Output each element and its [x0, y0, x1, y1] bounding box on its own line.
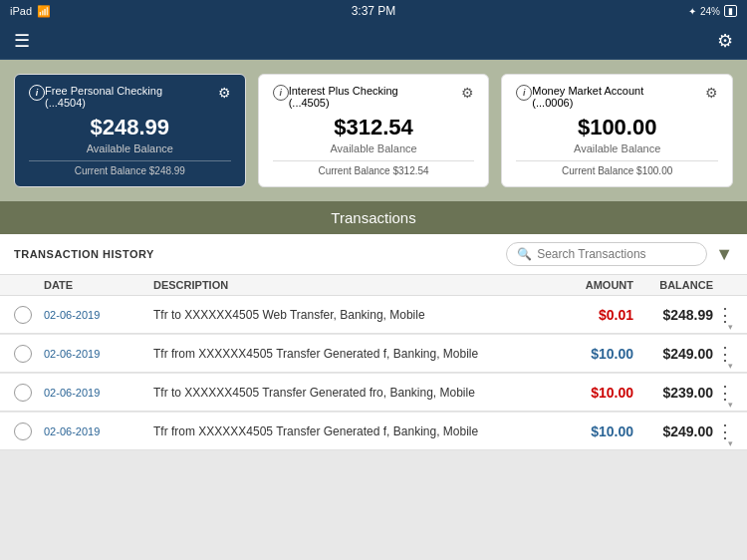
- account-name: Money Market Account(...0006): [532, 85, 705, 109]
- search-input[interactable]: [537, 247, 696, 261]
- settings-icon[interactable]: ⚙: [717, 30, 733, 52]
- battery-icon: ▮: [724, 5, 737, 17]
- ipad-label: iPad: [10, 5, 32, 17]
- tx-description: Tfr to XXXXXX4505 Web Transfer, Banking,…: [153, 308, 554, 322]
- tx-amount: $0.01: [554, 307, 633, 323]
- table-row: 02-06-2019 Tfr to XXXXXX4505 Web Transfe…: [0, 296, 747, 335]
- account-card-account-2[interactable]: i Interest Plus Checking(...4505) ⚙ $312…: [258, 74, 490, 187]
- info-icon[interactable]: i: [516, 85, 532, 101]
- account-card-account-1[interactable]: i Free Personal Checking(...4504) ⚙ $248…: [14, 74, 246, 187]
- wifi-icon: 📶: [37, 5, 51, 18]
- col-amount: AMOUNT: [554, 279, 633, 291]
- available-label: Available Balance: [516, 142, 718, 154]
- transactions-header: Transactions: [0, 201, 747, 234]
- tx-description: Tfr from XXXXXX4505 Transfer Generated f…: [153, 347, 554, 361]
- tx-amount: $10.00: [554, 385, 633, 401]
- tx-balance: $249.00: [633, 423, 713, 439]
- table-row: 02-06-2019 Tfr from XXXXXX4505 Transfer …: [0, 335, 747, 374]
- transaction-history-label: TRANSACTION HISTORY: [14, 248, 154, 260]
- available-label: Available Balance: [273, 142, 475, 154]
- transactions-list: 02-06-2019 Tfr to XXXXXX4505 Web Transfe…: [0, 296, 747, 451]
- battery-label: 24%: [700, 6, 720, 17]
- account-balance: $248.99: [29, 115, 231, 140]
- tx-expand-icon[interactable]: ▾: [728, 438, 733, 448]
- card-gear-icon[interactable]: ⚙: [218, 85, 231, 101]
- col-balance: BALANCE: [633, 279, 713, 291]
- tx-circle: [14, 384, 32, 402]
- account-balance: $100.00: [516, 115, 718, 140]
- tx-date: 02-06-2019: [44, 387, 153, 399]
- table-headers: DATE DESCRIPTION AMOUNT BALANCE: [0, 275, 747, 296]
- available-label: Available Balance: [29, 142, 231, 154]
- clock: 3:37 PM: [352, 4, 396, 18]
- info-icon[interactable]: i: [29, 85, 45, 101]
- transactions-title: Transactions: [331, 209, 415, 226]
- search-filter-area: 🔍 ▼: [506, 242, 733, 266]
- tx-circle: [14, 422, 32, 440]
- col-description: DESCRIPTION: [153, 279, 554, 291]
- card-gear-icon[interactable]: ⚙: [705, 85, 718, 101]
- transactions-section: Transactions TRANSACTION HISTORY 🔍 ▼ DAT…: [0, 201, 747, 451]
- card-gear-icon[interactable]: ⚙: [461, 85, 474, 101]
- search-box[interactable]: 🔍: [506, 242, 707, 266]
- accounts-area: i Free Personal Checking(...4504) ⚙ $248…: [0, 60, 747, 201]
- hamburger-menu-icon[interactable]: ☰: [14, 30, 30, 52]
- tx-expand-icon[interactable]: ▾: [728, 361, 733, 371]
- transactions-toolbar: TRANSACTION HISTORY 🔍 ▼: [0, 234, 747, 275]
- tx-circle: [14, 306, 32, 324]
- nav-bar: ☰ ⚙: [0, 22, 747, 60]
- tx-balance: $248.99: [633, 307, 713, 323]
- tx-expand-icon[interactable]: ▾: [728, 322, 733, 332]
- account-name: Interest Plus Checking(...4505): [289, 85, 462, 109]
- tx-balance: $239.00: [633, 385, 713, 401]
- tx-amount: $10.00: [554, 423, 633, 439]
- tx-date: 02-06-2019: [44, 309, 153, 321]
- col-date: DATE: [44, 279, 153, 291]
- current-balance: Current Balance $248.99: [29, 160, 231, 176]
- status-bar: iPad 📶 3:37 PM ✦ 24% ▮: [0, 0, 747, 22]
- tx-circle: [14, 345, 32, 363]
- filter-icon[interactable]: ▼: [715, 244, 733, 265]
- table-row: 02-06-2019 Tfr to XXXXXX4505 Transfer Ge…: [0, 374, 747, 413]
- table-row: 02-06-2019 Tfr from XXXXXX4505 Transfer …: [0, 413, 747, 451]
- current-balance: Current Balance $312.54: [273, 160, 475, 176]
- tx-description: Tfr from XXXXXX4505 Transfer Generated f…: [153, 424, 554, 438]
- current-balance: Current Balance $100.00: [516, 160, 718, 176]
- bluetooth-icon: ✦: [688, 6, 696, 17]
- account-name: Free Personal Checking(...4504): [45, 85, 218, 109]
- tx-balance: $249.00: [633, 346, 713, 362]
- tx-amount: $10.00: [554, 346, 633, 362]
- search-icon: 🔍: [517, 247, 532, 261]
- account-balance: $312.54: [273, 115, 475, 140]
- tx-expand-icon[interactable]: ▾: [728, 400, 733, 410]
- tx-description: Tfr to XXXXXX4505 Transfer Generated fro…: [153, 386, 554, 400]
- account-card-account-3[interactable]: i Money Market Account(...0006) ⚙ $100.0…: [501, 74, 733, 187]
- tx-date: 02-06-2019: [44, 348, 153, 360]
- tx-date: 02-06-2019: [44, 425, 153, 437]
- info-icon[interactable]: i: [273, 85, 289, 101]
